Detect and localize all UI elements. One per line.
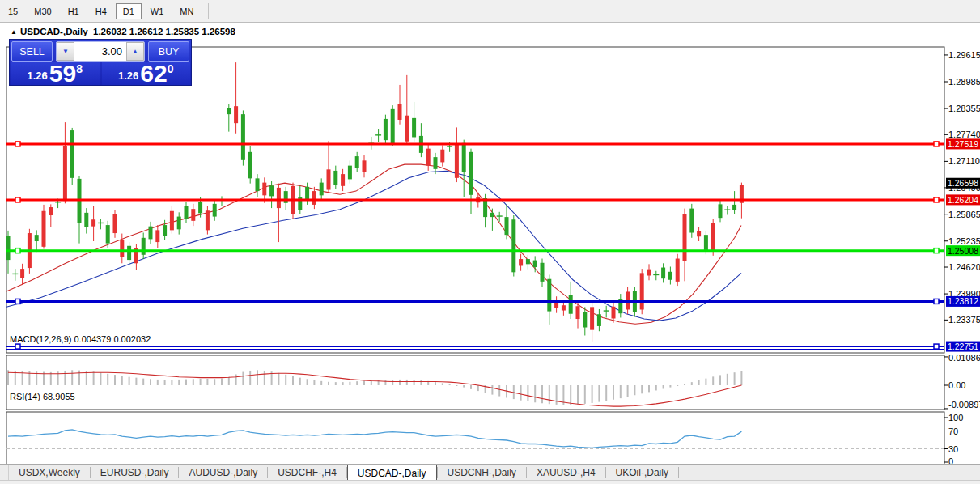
candle-body xyxy=(63,146,67,201)
candle-body xyxy=(569,295,573,314)
candle-body xyxy=(305,187,309,200)
candle-body xyxy=(363,160,367,172)
buy-price-box[interactable]: 1.26620 xyxy=(102,62,191,85)
main-price-pane[interactable] xyxy=(6,47,945,353)
candle-body xyxy=(35,235,39,241)
price-tick-label: 1.24620 xyxy=(948,262,980,272)
candle-body xyxy=(198,202,202,213)
candle-body xyxy=(732,205,736,210)
one-click-trading-panel: SELL ▼ 3.00 ▲ BUY 1.26598 1.26620 xyxy=(9,39,192,86)
chart-area[interactable]: 1.296151.289851.283551.277401.271101.264… xyxy=(0,23,980,464)
chart-svg: 1.296151.289851.283551.277401.271101.264… xyxy=(0,23,980,464)
candle-body xyxy=(241,114,245,160)
macd-histogram-bar xyxy=(107,374,108,385)
candle-body xyxy=(547,279,551,312)
tab-separator xyxy=(678,467,679,478)
timeframe-button-w1[interactable]: W1 xyxy=(143,3,172,19)
timeframe-button-d1[interactable]: D1 xyxy=(116,3,142,19)
chart-tab-xauusd-h4[interactable]: XAUUSD-,H4 xyxy=(527,465,605,481)
macd-histogram-bar xyxy=(456,385,457,386)
candle-body xyxy=(676,259,680,282)
macd-histogram-bar xyxy=(570,385,571,405)
volume-decrease-button[interactable]: ▼ xyxy=(57,42,74,61)
buy-price-prefix: 1.26 xyxy=(118,70,138,82)
macd-histogram-bar xyxy=(171,380,172,385)
buy-button[interactable]: BUY xyxy=(148,41,189,62)
macd-histogram-bar xyxy=(592,385,593,403)
svg-text:1.25008: 1.25008 xyxy=(948,246,978,256)
volume-increase-button[interactable]: ▲ xyxy=(126,42,144,61)
macd-histogram-bar xyxy=(655,385,657,390)
rsi-pane[interactable] xyxy=(6,412,944,464)
macd-histogram-bar xyxy=(185,380,187,385)
macd-histogram-bar xyxy=(698,380,700,385)
macd-histogram-bar xyxy=(491,385,493,395)
candle-body xyxy=(341,174,345,186)
candle-body xyxy=(312,191,316,205)
macd-histogram-bar xyxy=(93,371,95,385)
chart-tab-ukoil-daily[interactable]: UKOil-,Daily xyxy=(606,465,678,481)
candle-body xyxy=(398,104,402,120)
candle-body xyxy=(462,143,466,172)
candle-body xyxy=(120,240,124,257)
candle-body xyxy=(355,156,359,168)
price-tick-label: 1.23375 xyxy=(948,315,980,325)
candle-body xyxy=(434,157,438,169)
chart-tab-usdx-weekly[interactable]: USDX,Weekly xyxy=(9,465,90,481)
macd-histogram-bar xyxy=(727,374,728,385)
macd-histogram-bar xyxy=(627,385,629,397)
macd-histogram-bar xyxy=(249,371,251,385)
candle-body xyxy=(177,217,181,230)
macd-histogram-bar xyxy=(320,381,322,385)
timeframe-button-15[interactable]: 15 xyxy=(1,3,25,19)
macd-histogram-bar xyxy=(328,382,329,385)
chart-tab-usdchf-h4[interactable]: USDCHF-,H4 xyxy=(268,465,346,481)
price-axis[interactable]: 1.296151.289851.283551.277401.271101.264… xyxy=(944,50,980,464)
rsi-label: RSI(14) 68.9055 xyxy=(10,392,75,401)
macd-histogram-bar xyxy=(235,374,237,385)
timeframe-button-h1[interactable]: H1 xyxy=(61,3,87,19)
symbol-name: USDCAD-,Daily xyxy=(20,27,88,36)
volume-input[interactable]: 3.00 xyxy=(74,42,126,61)
buy-price-sup: 0 xyxy=(168,62,174,75)
macd-pane[interactable] xyxy=(6,355,944,410)
sell-price-box[interactable]: 1.26598 xyxy=(11,62,100,85)
candle-body xyxy=(227,108,231,114)
macd-histogram-bar xyxy=(71,370,73,385)
macd-histogram-bar xyxy=(577,385,579,405)
macd-histogram-bar xyxy=(684,384,685,385)
macd-histogram-bar xyxy=(164,380,166,385)
ohlc-values: 1.26032 1.26612 1.25835 1.26598 xyxy=(93,27,235,36)
candle-body xyxy=(576,306,580,319)
chart-tab-usdcnh-daily[interactable]: USDCNH-,Daily xyxy=(438,465,526,481)
line-end-marker xyxy=(934,299,939,304)
line-end-marker xyxy=(15,142,20,146)
chart-tab-usdcad-daily[interactable]: USDCAD-,Daily xyxy=(347,465,437,481)
chart-tab-eurusd-daily[interactable]: EURUSD-,Daily xyxy=(91,465,179,481)
macd-histogram-bar xyxy=(414,380,415,385)
timeframe-button-mn[interactable]: MN xyxy=(172,3,201,19)
macd-histogram-bar xyxy=(335,382,337,385)
sell-button[interactable]: SELL xyxy=(11,41,53,62)
volume-spinner: ▼ 3.00 ▲ xyxy=(56,41,145,62)
toolbar-separator xyxy=(208,3,209,19)
candle-body xyxy=(206,210,210,230)
candle-body xyxy=(78,179,82,223)
candle-body xyxy=(185,206,189,219)
candle-body xyxy=(483,198,487,217)
candle-body xyxy=(70,130,74,178)
candle-body xyxy=(412,118,416,138)
price-tick-label: 1.27740 xyxy=(948,129,980,139)
macd-histogram-bar xyxy=(135,378,137,385)
timeframe-button-h4[interactable]: H4 xyxy=(88,3,114,19)
chart-tab-audusd-daily[interactable]: AUDUSD-,Daily xyxy=(179,465,267,481)
macd-histogram-bar xyxy=(278,373,279,385)
macd-histogram-bar xyxy=(200,379,202,385)
candle-body xyxy=(689,209,694,233)
macd-axis-label: 0.010869 xyxy=(948,353,980,363)
bottom-strip xyxy=(0,480,980,484)
price-tick-label: 1.25865 xyxy=(948,210,980,219)
timeframe-button-m30[interactable]: M30 xyxy=(27,3,58,19)
candle-body xyxy=(106,225,110,244)
sell-price-sup: 8 xyxy=(76,62,83,75)
